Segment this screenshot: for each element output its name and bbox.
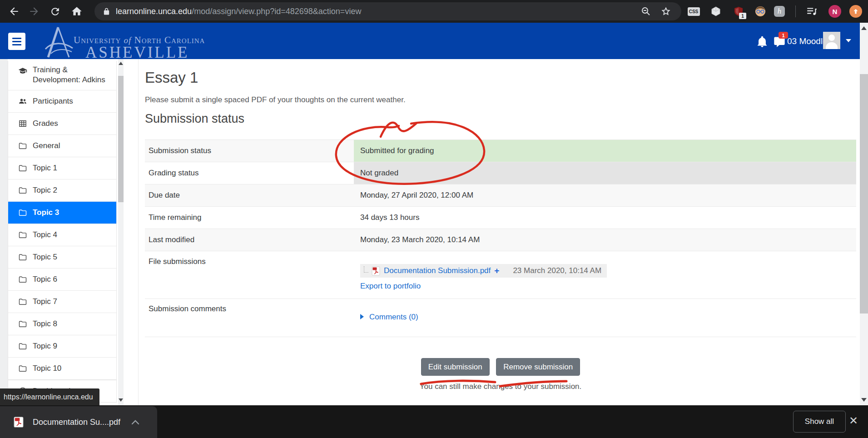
comments-cell: Comments (0) <box>354 299 856 337</box>
scroll-down-icon[interactable] <box>861 398 867 402</box>
show-all-downloads-button[interactable]: Show all <box>793 411 846 433</box>
sidebar-item-label: Topic 10 <box>33 363 61 373</box>
browser-toolbar: learnonline.unca.edu/mod/assign/view.php… <box>0 0 868 23</box>
sidebar-item-grades[interactable]: Grades <box>8 112 116 134</box>
row-label: Due date <box>145 184 354 206</box>
sidebar-item-general[interactable]: General <box>8 134 116 157</box>
update-browser-icon[interactable] <box>849 5 863 18</box>
table-row: Last modified Monday, 23 March 2020, 10:… <box>145 229 856 251</box>
downloads-bar: Documentation Su....pdf Show all ✕ <box>0 405 868 438</box>
sidebar-item-label: Topic 9 <box>33 341 57 351</box>
pdf-file-icon <box>372 266 380 276</box>
lock-icon[interactable] <box>103 8 110 15</box>
folder-icon <box>18 164 27 173</box>
page-scrollbar[interactable] <box>860 23 868 405</box>
url-domain: learnonline.unca.edu <box>116 7 192 16</box>
link-preview-statusbar: https://learnonline.unca.edu <box>0 388 99 405</box>
sidebar-item-label: Topic 2 <box>33 185 57 195</box>
cube-extension-icon[interactable] <box>709 5 723 18</box>
submission-status-value: Submitted for grading <box>354 140 856 162</box>
time-remaining-value: 34 days 13 hours <box>354 207 856 229</box>
user-name[interactable]: 03 Moodle <box>787 36 828 46</box>
back-icon[interactable] <box>8 5 20 17</box>
users-icon <box>18 97 27 106</box>
sidebar-item-topic-3-active[interactable]: Topic 3 <box>8 201 116 224</box>
folder-icon <box>18 141 27 150</box>
close-downloads-icon[interactable]: ✕ <box>849 414 858 427</box>
address-bar[interactable]: learnonline.unca.edu/mod/assign/view.php… <box>94 2 681 20</box>
css-extension-icon[interactable]: CSS <box>687 5 700 18</box>
page-scrollbar-thumb[interactable] <box>860 74 868 314</box>
user-avatar[interactable] <box>823 32 840 49</box>
row-label: Submission status <box>145 140 354 162</box>
row-label: Time remaining <box>145 207 354 229</box>
due-date-value: Monday, 27 April 2020, 12:00 AM <box>354 184 856 206</box>
download-item[interactable]: Documentation Su....pdf <box>0 406 157 438</box>
page-title: Essay 1 <box>145 69 860 86</box>
notifications-bell-icon[interactable] <box>756 35 769 48</box>
chevron-up-icon[interactable] <box>131 419 139 425</box>
reading-list-icon[interactable] <box>805 5 818 18</box>
sidebar-item-participants[interactable]: Participants <box>8 90 116 112</box>
folder-icon <box>18 230 27 239</box>
submitted-file-link[interactable]: Documentation Submission.pdf <box>384 266 491 275</box>
sidebar-item-topic-10[interactable]: Topic 10 <box>8 357 116 379</box>
comments-link[interactable]: Comments (0) <box>369 313 418 321</box>
sidebar-item-topic-5[interactable]: Topic 5 <box>8 246 116 268</box>
sidebar-scrollbar-thumb[interactable] <box>118 76 124 202</box>
row-label: Submission comments <box>145 299 354 337</box>
scroll-up-icon[interactable] <box>119 62 123 65</box>
scroll-down-icon[interactable] <box>119 398 123 402</box>
avatar-extension-icon[interactable] <box>754 5 767 18</box>
reload-icon[interactable] <box>49 5 61 17</box>
sidebar-item-topic-6[interactable]: Topic 6 <box>8 268 116 290</box>
sidebar-gutter <box>0 59 8 405</box>
sidebar-item-topic-8[interactable]: Topic 8 <box>8 313 116 335</box>
expand-comments-icon[interactable] <box>360 314 364 319</box>
course-nav-list: Training & Development: Adkins Participa… <box>8 61 117 380</box>
toolbar-separator <box>795 5 796 17</box>
row-label: Last modified <box>145 229 354 251</box>
honey-extension-label: h <box>774 6 785 17</box>
tree-connector-icon <box>364 266 368 273</box>
zoom-icon[interactable] <box>640 6 651 17</box>
url-path: /mod/assign/view.php?id=482698&action=vi… <box>192 7 361 16</box>
sidebar-item-course[interactable]: Training & Development: Adkins <box>8 61 116 90</box>
add-file-icon[interactable]: + <box>494 266 499 276</box>
home-icon[interactable] <box>71 5 83 17</box>
css-extension-label: CSS <box>688 7 700 16</box>
profile-initial: N <box>828 5 841 18</box>
sidebar-item-label: Topic 8 <box>33 319 57 329</box>
honey-extension-icon[interactable]: h <box>773 5 786 18</box>
remove-submission-button[interactable]: Remove submission <box>496 358 580 376</box>
profile-avatar[interactable]: N <box>828 5 842 18</box>
grading-status-value: Not graded <box>354 162 856 184</box>
scroll-up-icon[interactable] <box>861 26 867 30</box>
folder-icon <box>18 275 27 284</box>
file-date: 23 March 2020, 10:14 AM <box>513 266 601 275</box>
menu-toggle-button[interactable] <box>8 33 25 50</box>
sidebar-item-topic-1[interactable]: Topic 1 <box>8 157 116 179</box>
folder-icon <box>18 297 27 306</box>
messages-badge: 1 <box>779 32 788 39</box>
table-row: Due date Monday, 27 April 2020, 12:00 AM <box>145 184 856 206</box>
sidebar-item-label: Topic 1 <box>33 163 57 173</box>
sidebar-scrollbar[interactable] <box>118 59 124 405</box>
sidebar-item-topic-4[interactable]: Topic 4 <box>8 224 116 246</box>
sidebar-item-label: Grades <box>33 119 58 129</box>
user-menu-caret-icon[interactable] <box>846 39 851 42</box>
forward-icon[interactable] <box>28 5 40 17</box>
sidebar-item-label: General <box>33 141 60 151</box>
sidebar-item-label: Topic 7 <box>33 297 57 307</box>
table-row: Submission status Submitted for grading <box>145 139 856 162</box>
sidebar-item-topic-2[interactable]: Topic 2 <box>8 179 116 201</box>
bookmark-star-icon[interactable] <box>660 6 671 17</box>
folder-icon <box>18 364 27 373</box>
submission-note: You can still make changes to your submi… <box>145 382 856 391</box>
download-file-name: Documentation Su....pdf <box>33 418 120 427</box>
file-submissions-cell: Documentation Submission.pdf + 23 March … <box>354 251 856 299</box>
sidebar-item-topic-7[interactable]: Topic 7 <box>8 290 116 313</box>
edit-submission-button[interactable]: Edit submission <box>421 358 490 376</box>
export-to-portfolio-link[interactable]: Export to portfolio <box>360 282 421 291</box>
sidebar-item-topic-9[interactable]: Topic 9 <box>8 335 116 357</box>
